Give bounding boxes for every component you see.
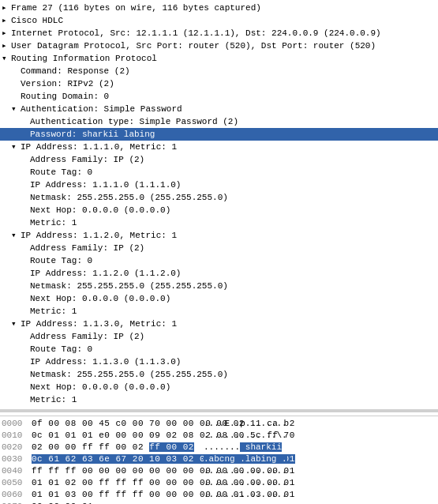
tree-row-ip3nm[interactable]: Netmask: 255.255.255.0 (255.255.255.0) xyxy=(0,368,438,381)
tree-row-ver[interactable]: Version: RIPv2 (2) xyxy=(0,77,438,90)
tree-row-rip[interactable]: ▾Routing Information Protocol xyxy=(0,52,438,65)
tree-row-ip1met[interactable]: Metric: 1 xyxy=(0,216,438,229)
tree-toggle-frame: ▸ xyxy=(2,2,11,14)
hex-row-1: 00100c 01 01 01 e0 00 00 09 02 08 02 08 … xyxy=(0,430,438,442)
hex-bytes: 02 00 00 ff ff 00 02 ff 00 02 xyxy=(32,442,197,453)
tree-label-ip2nh: Next Hop: 0.0.0.0 (0.0.0.0) xyxy=(30,292,170,305)
tree-label-ip1: IP Address: 1.1.1.0, Metric: 1 xyxy=(21,141,177,153)
hex-row-5: 005001 01 02 00 ff ff ff 00 00 00 00 00 … xyxy=(0,477,438,489)
hex-offset: 0050 xyxy=(2,477,32,489)
tree-label-ip3met: Metric: 1 xyxy=(30,393,77,406)
tree-toggle-ip: ▸ xyxy=(2,27,11,39)
hex-ascii: .abcng .labing . xyxy=(204,453,287,465)
tree-row-ip2af[interactable]: Address Family: IP (2) xyxy=(0,242,438,254)
tree-label-ip3nh: Next Hop: 0.0.0.0 (0.0.0.0) xyxy=(30,381,170,393)
tree-row-auth[interactable]: ▾Authentication: Simple Password xyxy=(0,103,438,115)
hex-bytes: 0c 01 01 01 e0 00 00 09 02 08 02 08 00 5… xyxy=(32,430,197,442)
tree-toggle-ip1: ▾ xyxy=(11,141,21,153)
tree-row-ip2nh[interactable]: Next Hop: 0.0.0.0 (0.0.0.0) xyxy=(0,292,438,305)
tree-label-ip2rt: Route Tag: 0 xyxy=(30,254,92,267)
tree-row-frame[interactable]: ▸Frame 27 (116 bytes on wire, 116 bytes … xyxy=(0,2,438,14)
hex-ascii: ....... sharkii xyxy=(204,442,282,453)
packet-tree: ▸Frame 27 (116 bytes on wire, 116 bytes … xyxy=(0,0,438,408)
tree-toggle-rip: ▾ xyxy=(2,52,11,65)
tree-label-ip3addr: IP Address: 1.1.3.0 (1.1.3.0) xyxy=(30,355,181,368)
tree-label-ip1af: Address Family: IP (2) xyxy=(30,153,144,166)
hex-row-6: 006001 01 03 00 ff ff ff 00 00 00 00 00 … xyxy=(0,489,438,501)
tree-label-cmd: Command: Response (2) xyxy=(21,65,130,77)
hex-offset: 0060 xyxy=(2,489,32,501)
hex-offset: 0020 xyxy=(2,442,32,453)
hex-dump: 00000f 00 08 00 45 c0 00 70 00 00 00 00 … xyxy=(0,416,438,504)
tree-label-ip3rt: Route Tag: 0 xyxy=(30,343,92,355)
tree-label-ip2: IP Address: 1.1.2.0, Metric: 1 xyxy=(21,229,177,242)
hex-bytes: ff ff ff 00 00 00 00 00 00 00 00 00 00 0… xyxy=(32,465,197,477)
tree-label-auth: Authentication: Simple Password xyxy=(21,103,182,115)
hex-offset: 0070 xyxy=(2,501,32,504)
tree-row-dom[interactable]: Routing Domain: 0 xyxy=(0,90,438,103)
hex-bytes: 00 00 00 01 xyxy=(32,501,197,504)
hex-bytes: 0c 61 62 63 6e 67 20 10 03 02 00 01 01 0… xyxy=(32,453,197,465)
tree-row-ip1af[interactable]: Address Family: IP (2) xyxy=(0,153,438,166)
tree-label-ip1nh: Next Hop: 0.0.0.0 (0.0.0.0) xyxy=(30,204,170,216)
section-divider xyxy=(0,409,438,412)
tree-label-ip2nm: Netmask: 255.255.255.0 (255.255.255.0) xyxy=(30,280,228,292)
tree-row-ip1addr[interactable]: IP Address: 1.1.1.0 (1.1.1.0) xyxy=(0,179,438,191)
tree-toggle-cisco: ▸ xyxy=(2,14,11,27)
hex-ascii: ....E..p........ xyxy=(204,418,287,430)
tree-row-ip[interactable]: ▸Internet Protocol, Src: 12.1.1.1 (12.1.… xyxy=(0,27,438,39)
hex-ascii: ................ xyxy=(204,465,287,477)
tree-row-ip3rt[interactable]: Route Tag: 0 xyxy=(0,343,438,355)
tree-label-ip1rt: Route Tag: 0 xyxy=(30,166,92,179)
tree-row-cmd[interactable]: Command: Response (2) xyxy=(0,65,438,77)
tree-label-udp: User Datagram Protocol, Src Port: router… xyxy=(11,39,376,52)
tree-label-authtype: Authentication type: Simple Password (2) xyxy=(30,115,238,128)
hex-offset: 0040 xyxy=(2,465,32,477)
tree-label-cisco: Cisco HDLC xyxy=(11,14,63,27)
tree-row-ip1rt[interactable]: Route Tag: 0 xyxy=(0,166,438,179)
tree-row-ip1[interactable]: ▾IP Address: 1.1.1.0, Metric: 1 xyxy=(0,141,438,153)
hex-bytes: 01 01 02 00 ff ff ff 00 00 00 00 00 00 0… xyxy=(32,477,197,489)
tree-label-ip2addr: IP Address: 1.1.2.0 (1.1.2.0) xyxy=(30,267,181,280)
tree-row-ip1nh[interactable]: Next Hop: 0.0.0.0 (0.0.0.0) xyxy=(0,204,438,216)
tree-row-ip1nm[interactable]: Netmask: 255.255.255.0 (255.255.255.0) xyxy=(0,191,438,204)
hex-bytes: 0f 00 08 00 45 c0 00 70 00 00 00 00 02 1… xyxy=(32,418,197,430)
tree-row-ip2met[interactable]: Metric: 1 xyxy=(0,305,438,318)
tree-label-pass: Password: sharkii labing xyxy=(30,128,155,141)
tree-label-ip: Internet Protocol, Src: 12.1.1.1 (12.1.1… xyxy=(11,27,381,39)
hex-ascii: .... xyxy=(204,501,224,504)
tree-label-ip3af: Address Family: IP (2) xyxy=(30,330,144,343)
tree-row-udp[interactable]: ▸User Datagram Protocol, Src Port: route… xyxy=(0,39,438,52)
tree-label-ip1met: Metric: 1 xyxy=(30,216,77,229)
tree-row-pass[interactable]: Password: sharkii labing xyxy=(0,128,438,141)
tree-row-ip3addr[interactable]: IP Address: 1.1.3.0 (1.1.3.0) xyxy=(0,355,438,368)
tree-row-cisco[interactable]: ▸Cisco HDLC xyxy=(0,14,438,27)
hex-ascii: ................ xyxy=(204,489,287,501)
hex-row-4: 0040ff ff ff 00 00 00 00 00 00 00 00 00 … xyxy=(0,465,438,477)
hex-ascii: ................ xyxy=(204,477,287,489)
tree-row-ip3met[interactable]: Metric: 1 xyxy=(0,393,438,406)
hex-row-0: 00000f 00 08 00 45 c0 00 70 00 00 00 00 … xyxy=(0,418,438,430)
tree-label-frame: Frame 27 (116 bytes on wire, 116 bytes c… xyxy=(11,2,261,14)
tree-toggle-ip3: ▾ xyxy=(11,318,21,330)
tree-label-ip1nm: Netmask: 255.255.255.0 (255.255.255.0) xyxy=(30,191,228,204)
tree-row-ip2nm[interactable]: Netmask: 255.255.255.0 (255.255.255.0) xyxy=(0,280,438,292)
tree-label-ver: Version: RIPv2 (2) xyxy=(21,77,114,90)
tree-label-dom: Routing Domain: 0 xyxy=(21,90,109,103)
tree-row-ip2rt[interactable]: Route Tag: 0 xyxy=(0,254,438,267)
hex-row-2: 002002 00 00 ff ff 00 02 ff 00 02.......… xyxy=(0,442,438,453)
tree-row-ip2addr[interactable]: IP Address: 1.1.2.0 (1.1.2.0) xyxy=(0,267,438,280)
tree-row-ip3nh[interactable]: Next Hop: 0.0.0.0 (0.0.0.0) xyxy=(0,381,438,393)
hex-bytes: 01 01 03 00 ff ff ff 00 00 00 00 00 01 0… xyxy=(32,489,197,501)
tree-label-ip2af: Address Family: IP (2) xyxy=(30,242,144,254)
tree-row-ip3af[interactable]: Address Family: IP (2) xyxy=(0,330,438,343)
tree-row-authtype[interactable]: Authentication type: Simple Password (2) xyxy=(0,115,438,128)
tree-toggle-auth: ▾ xyxy=(11,103,21,115)
tree-row-ip3[interactable]: ▾IP Address: 1.1.3.0, Metric: 1 xyxy=(0,318,438,330)
tree-row-ip2[interactable]: ▾IP Address: 1.1.2.0, Metric: 1 xyxy=(0,229,438,242)
hex-offset: 0030 xyxy=(2,453,32,465)
tree-label-ip1addr: IP Address: 1.1.1.0 (1.1.1.0) xyxy=(30,179,181,191)
tree-toggle-ip2: ▾ xyxy=(11,229,21,242)
hex-offset: 0010 xyxy=(2,430,32,442)
hex-row-3: 00300c 61 62 63 6e 67 20 10 03 02 00 01 … xyxy=(0,453,438,465)
